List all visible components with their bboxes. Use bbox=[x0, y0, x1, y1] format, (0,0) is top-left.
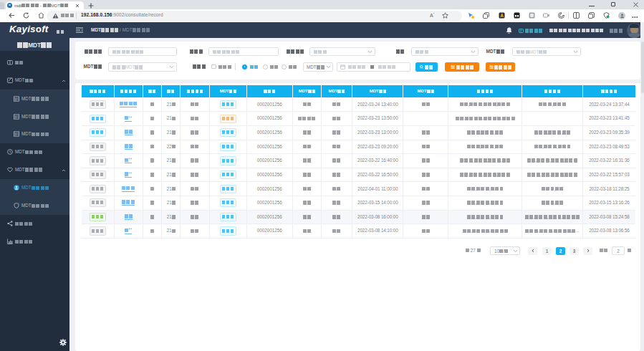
svg-text:A: A bbox=[500, 13, 504, 18]
